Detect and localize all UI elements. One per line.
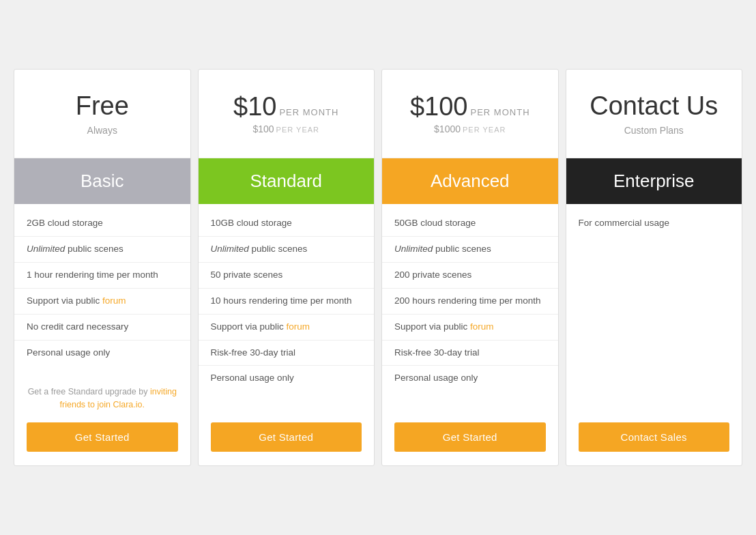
price-label: Contact Us <box>590 91 718 121</box>
card-footer-free: Get a free Standard upgrade by inviting … <box>14 372 190 465</box>
card-header-enterprise: Contact UsCustom Plans <box>566 70 742 158</box>
price-subtitle: Always <box>87 125 117 136</box>
feature-item: Unlimited public scenes <box>382 237 558 263</box>
feature-item: For commercial usage <box>566 211 742 236</box>
feature-item: Personal usage only <box>14 341 190 366</box>
feature-item: 10 hours rendering time per month <box>199 289 375 315</box>
features-list-free: 2GB cloud storageUnlimited public scenes… <box>14 204 190 372</box>
card-footer-standard: Get Started <box>199 409 375 465</box>
feature-item: Risk-free 30-day trial <box>382 341 558 366</box>
pricing-table: FreeAlwaysBasic2GB cloud storageUnlimite… <box>14 69 742 466</box>
price-subtitle: Custom Plans <box>624 125 684 136</box>
forum-link[interactable]: forum <box>102 295 126 306</box>
price-label: Free <box>76 91 129 121</box>
cta-button-advanced[interactable]: Get Started <box>394 422 546 452</box>
spacer <box>382 398 558 409</box>
feature-item: Personal usage only <box>382 366 558 391</box>
price-secondary: $1000PER YEAR <box>434 124 506 134</box>
feature-item: Personal usage only <box>199 366 375 391</box>
features-list-enterprise: For commercial usage <box>566 204 742 313</box>
feature-item: 200 hours rendering time per month <box>382 289 558 315</box>
tier-label-standard: Standard <box>199 158 375 204</box>
price-label: $100PER MONTH <box>410 93 530 119</box>
feature-item: Support via public forum <box>199 315 375 341</box>
card-header-advanced: $100PER MONTH$1000PER YEAR <box>382 70 558 158</box>
card-header-standard: $10PER MONTH$100PER YEAR <box>199 70 375 158</box>
cta-button-free[interactable]: Get Started <box>27 422 178 452</box>
feature-item: Support via public forum <box>14 289 190 315</box>
card-footer-enterprise: Contact Sales <box>566 409 742 465</box>
forum-link[interactable]: forum <box>470 321 494 332</box>
feature-item: Risk-free 30-day trial <box>199 341 375 366</box>
feature-item: 50 private scenes <box>199 263 375 289</box>
feature-item: 2GB cloud storage <box>14 211 190 237</box>
price-secondary: $100PER YEAR <box>252 124 319 134</box>
footer-note: Get a free Standard upgrade by inviting … <box>27 386 178 411</box>
card-footer-advanced: Get Started <box>382 409 558 465</box>
spacer <box>199 398 375 409</box>
forum-link[interactable]: forum <box>287 321 310 332</box>
feature-item: 1 hour rendering time per month <box>14 263 190 289</box>
pricing-card-enterprise: Contact UsCustom PlansEnterpriseFor comm… <box>566 69 743 466</box>
features-list-standard: 10GB cloud storageUnlimited public scene… <box>199 204 375 398</box>
invite-link[interactable]: inviting friends to join Clara.io. <box>60 387 177 409</box>
features-list-advanced: 50GB cloud storageUnlimited public scene… <box>382 204 558 398</box>
price-label: $10PER MONTH <box>233 93 338 119</box>
feature-item: No credit card necessary <box>14 315 190 341</box>
card-header-free: FreeAlways <box>14 70 190 158</box>
feature-item: Unlimited public scenes <box>199 237 375 263</box>
tier-label-advanced: Advanced <box>382 158 558 204</box>
pricing-card-advanced: $100PER MONTH$1000PER YEARAdvanced50GB c… <box>381 69 559 466</box>
feature-item: Support via public forum <box>382 315 558 341</box>
feature-item: 10GB cloud storage <box>199 211 375 237</box>
cta-button-enterprise[interactable]: Contact Sales <box>579 422 730 452</box>
feature-item: Unlimited public scenes <box>14 237 190 263</box>
spacer <box>566 313 742 409</box>
tier-label-enterprise: Enterprise <box>566 158 742 204</box>
cta-button-standard[interactable]: Get Started <box>211 422 362 452</box>
pricing-card-standard: $10PER MONTH$100PER YEARStandard10GB clo… <box>198 69 375 466</box>
tier-label-free: Basic <box>14 158 190 204</box>
feature-item: 50GB cloud storage <box>382 211 558 237</box>
feature-item: 200 private scenes <box>382 263 558 289</box>
pricing-card-free: FreeAlwaysBasic2GB cloud storageUnlimite… <box>14 69 191 466</box>
